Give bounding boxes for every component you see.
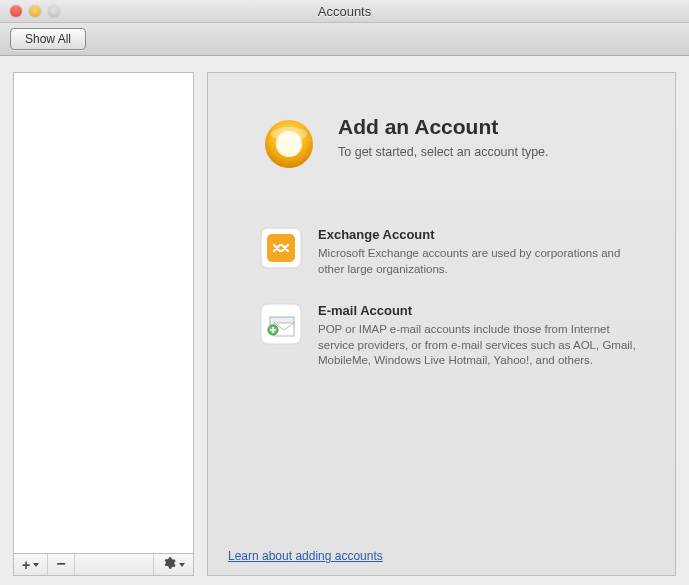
outlook-icon bbox=[260, 115, 318, 173]
page-subtitle: To get started, select an account type. bbox=[338, 145, 549, 159]
email-icon bbox=[260, 303, 302, 345]
sidebar-footer: + − bbox=[13, 554, 194, 576]
minus-icon: − bbox=[56, 556, 65, 572]
svg-point-2 bbox=[271, 127, 307, 141]
learn-about-adding-accounts-link[interactable]: Learn about adding accounts bbox=[228, 549, 383, 563]
email-option-title: E-mail Account bbox=[318, 303, 645, 318]
accounts-list[interactable] bbox=[13, 72, 194, 554]
exchange-option-title: Exchange Account bbox=[318, 227, 645, 242]
sidebar: + − bbox=[13, 72, 194, 576]
plus-icon: + bbox=[22, 558, 30, 572]
content-area: + − bbox=[0, 56, 689, 585]
email-account-option[interactable]: E-mail Account POP or IMAP e-mail accoun… bbox=[260, 303, 645, 369]
zoom-window-button[interactable] bbox=[48, 5, 60, 17]
svg-rect-4 bbox=[267, 234, 295, 262]
minimize-window-button[interactable] bbox=[29, 5, 41, 17]
exchange-icon bbox=[260, 227, 302, 269]
toolbar: Show All bbox=[0, 23, 689, 56]
exchange-option-desc: Microsoft Exchange accounts are used by … bbox=[318, 246, 645, 277]
remove-account-button[interactable]: − bbox=[48, 554, 74, 575]
show-all-button[interactable]: Show All bbox=[10, 28, 86, 50]
window-title: Accounts bbox=[0, 4, 689, 19]
page-title: Add an Account bbox=[338, 115, 549, 139]
chevron-down-icon bbox=[33, 563, 39, 567]
chevron-down-icon bbox=[179, 563, 185, 567]
detail-pane: Add an Account To get started, select an… bbox=[207, 72, 676, 576]
email-option-desc: POP or IMAP e-mail accounts include thos… bbox=[318, 322, 645, 369]
exchange-account-option[interactable]: Exchange Account Microsoft Exchange acco… bbox=[260, 227, 645, 277]
close-window-button[interactable] bbox=[10, 5, 22, 17]
hero: Add an Account To get started, select an… bbox=[260, 115, 645, 173]
settings-button[interactable] bbox=[153, 554, 193, 575]
add-account-button[interactable]: + bbox=[14, 554, 48, 575]
gear-icon bbox=[162, 556, 176, 573]
titlebar: Accounts bbox=[0, 0, 689, 23]
window-controls bbox=[10, 5, 60, 17]
